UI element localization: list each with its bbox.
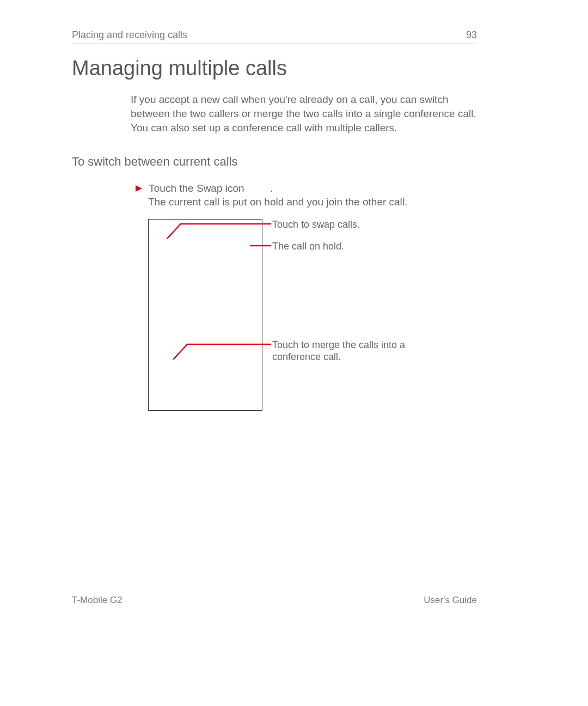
play-icon [135,185,143,192]
running-title: Placing and receiving calls [72,29,479,41]
callout-merge: Touch to merge the calls into a conferen… [272,339,436,363]
callout-swap: Touch to swap calls. [272,218,360,230]
footer-doc-title: User's Guide [424,595,477,606]
header-rule [72,44,477,44]
footer-device: T-Mobile G2 [72,595,122,606]
intro-paragraph: If you accept a new call when you're alr… [131,93,477,135]
page: Placing and receiving calls 93 Managing … [0,0,588,706]
diagram: Touch to swap calls. The call on hold. T… [148,219,477,415]
page-title: Managing multiple calls [72,57,287,80]
step-row: Touch the Swap icon . [135,181,477,196]
page-number: 93 [466,29,477,41]
step-text: Touch the Swap icon [149,182,244,194]
step-period: . [270,182,273,194]
svg-marker-0 [136,185,142,192]
section-heading: To switch between current calls [72,155,237,169]
step-trailing-punct [247,182,267,194]
step-sub: The current call is put on hold and you … [148,195,477,209]
callout-hold: The call on hold. [272,240,344,252]
